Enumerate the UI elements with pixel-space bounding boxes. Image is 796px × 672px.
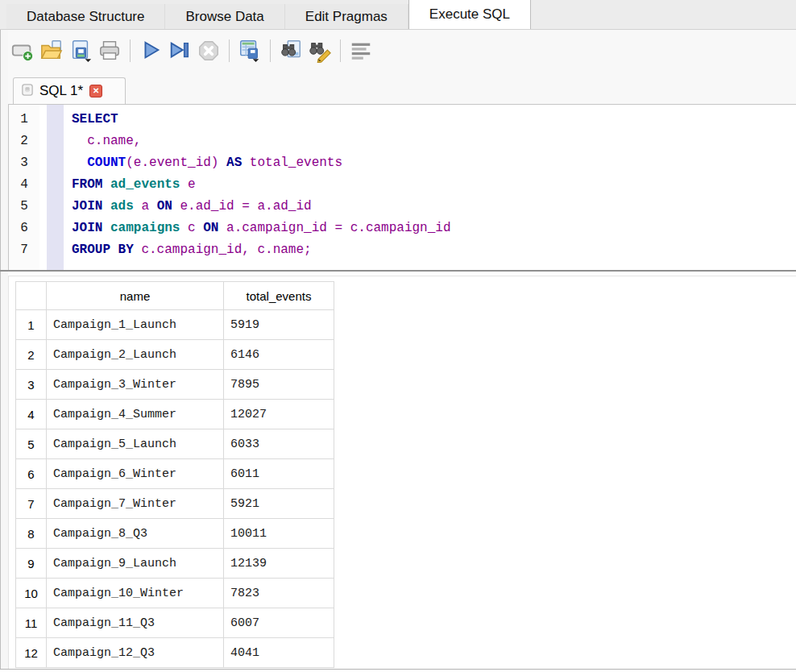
cell-name[interactable]: Campaign_9_Launch [47, 549, 224, 579]
execute-all-button[interactable] [136, 36, 165, 65]
sql-token-id: (e.event_id) [126, 156, 226, 170]
cell-name[interactable]: Campaign_6_Winter [47, 459, 224, 489]
save-sql-file-icon [68, 39, 93, 63]
find-icon [279, 39, 303, 63]
cell-total-events[interactable]: 7823 [224, 579, 334, 608]
row-number[interactable]: 8 [16, 519, 47, 549]
print-button[interactable] [95, 36, 124, 65]
sql-token-id [102, 177, 110, 192]
sql-token-kw: GROUP BY [72, 243, 134, 257]
cell-name[interactable]: Campaign_3_Winter [47, 370, 224, 400]
table-row: 10Campaign_10_Winter7823 [16, 579, 334, 608]
cell-name[interactable]: Campaign_2_Launch [47, 340, 224, 370]
sql-token-id: total_events [242, 156, 342, 170]
toolbar-separator [229, 39, 230, 62]
toolbar-separator [130, 39, 131, 62]
gutter-gap [39, 105, 47, 270]
sql-token-kw: JOIN [72, 199, 102, 214]
find-replace-button[interactable] [305, 36, 334, 65]
save-results-icon [238, 39, 262, 63]
column-header-name[interactable]: name [47, 282, 224, 310]
cell-name[interactable]: Campaign_12_Q3 [47, 638, 224, 668]
cell-total-events[interactable]: 5921 [224, 489, 334, 519]
toolbar-separator [340, 39, 341, 62]
row-number[interactable]: 3 [16, 370, 47, 400]
row-number[interactable]: 6 [16, 459, 47, 489]
cell-total-events[interactable]: 6007 [224, 608, 334, 638]
execute-current-line-icon [168, 39, 192, 63]
cell-total-events[interactable]: 12027 [224, 400, 334, 429]
sql-token-id: e.ad_id = a.ad_id [172, 199, 312, 214]
row-number[interactable]: 1 [16, 310, 47, 340]
sql-token-id: c.campaign_id, c.name; [134, 243, 312, 257]
row-number[interactable]: 7 [16, 489, 47, 519]
sql-token-kw: FROM [72, 177, 102, 192]
table-row: 1Campaign_1_Launch5919 [16, 310, 334, 340]
line-number-gutter: 1234567 [9, 105, 39, 270]
cell-total-events[interactable]: 6146 [224, 340, 334, 370]
code-line-1: SELECT [72, 109, 796, 131]
fold-margin [47, 105, 64, 270]
cell-total-events[interactable]: 7895 [224, 370, 334, 400]
cell-name[interactable]: Campaign_10_Winter [47, 579, 224, 608]
new-sql-tab-button[interactable] [8, 36, 37, 65]
results-pane: name total_events 1Campaign_1_Launch5919… [8, 276, 796, 670]
word-wrap-icon [349, 39, 373, 63]
tab-browse-data[interactable]: Browse Data [165, 4, 284, 29]
find-button[interactable] [276, 36, 305, 65]
line-number: 7 [9, 239, 39, 261]
cell-name[interactable]: Campaign_4_Summer [47, 400, 224, 429]
sql-token-tbl: ad_events [110, 177, 180, 192]
tab-execute-sql[interactable]: Execute SQL [408, 0, 531, 29]
results-grid[interactable]: name total_events 1Campaign_1_Launch5919… [15, 281, 334, 668]
sql-code-area[interactable]: SELECT c.name, COUNT(e.event_id) AS tota… [64, 105, 796, 270]
cell-total-events[interactable]: 10011 [224, 519, 334, 549]
sql-editor[interactable]: 1234567 SELECT c.name, COUNT(e.event_id)… [8, 104, 796, 270]
table-row: 9Campaign_9_Launch12139 [16, 549, 334, 579]
sql-doc-tab[interactable]: SQL 1* ✕ [13, 77, 126, 104]
row-number[interactable]: 12 [16, 638, 47, 668]
tab-database-structure[interactable]: Database Structure [6, 4, 165, 29]
editor-results-splitter[interactable] [0, 270, 796, 272]
column-header-total-events[interactable]: total_events [224, 282, 334, 310]
row-number[interactable]: 4 [16, 400, 47, 429]
sql-token-tbl: ads [110, 199, 134, 214]
new-sql-tab-icon [10, 39, 35, 63]
cell-name[interactable]: Campaign_5_Launch [47, 429, 224, 459]
bottom-frame-edge [0, 669, 796, 670]
word-wrap-button[interactable] [346, 36, 375, 65]
close-icon[interactable]: ✕ [89, 85, 102, 97]
row-number[interactable]: 10 [16, 579, 47, 608]
save-sql-file-button[interactable] [66, 36, 95, 65]
cell-name[interactable]: Campaign_8_Q3 [47, 519, 224, 549]
cell-total-events[interactable]: 12139 [224, 549, 334, 579]
execute-current-line-button[interactable] [165, 36, 194, 65]
row-number[interactable]: 5 [16, 429, 47, 459]
document-icon [22, 84, 33, 99]
cell-total-events[interactable]: 5919 [224, 310, 334, 340]
cell-total-events[interactable]: 4041 [224, 638, 334, 668]
sql-token-kw: ON [157, 199, 172, 214]
row-number[interactable]: 2 [16, 340, 47, 370]
save-results-button[interactable] [235, 36, 264, 65]
row-number[interactable]: 11 [16, 608, 47, 638]
cell-name[interactable]: Campaign_1_Launch [47, 310, 224, 340]
code-line-2: c.name, [72, 131, 796, 152]
sql-token-kw: AS [226, 156, 242, 170]
row-number[interactable]: 9 [16, 549, 47, 579]
table-row: 11Campaign_11_Q36007 [16, 608, 334, 638]
stop-button[interactable] [194, 36, 223, 65]
cell-name[interactable]: Campaign_11_Q3 [47, 608, 224, 638]
cell-total-events[interactable]: 6011 [224, 459, 334, 489]
line-number: 5 [9, 196, 39, 218]
cell-total-events[interactable]: 6033 [224, 429, 334, 459]
sql-token-fn: COUNT [87, 156, 126, 170]
sql-token-id: a [134, 199, 157, 214]
main-tab-bar: Database StructureBrowse DataEdit Pragma… [0, 0, 796, 30]
results-header-row: name total_events [16, 282, 334, 310]
sql-toolbar [0, 30, 796, 72]
cell-name[interactable]: Campaign_7_Winter [47, 489, 224, 519]
open-sql-file-button[interactable] [37, 36, 66, 65]
tab-edit-pragmas[interactable]: Edit Pragmas [285, 4, 408, 29]
sql-token-kw: ON [203, 221, 218, 235]
